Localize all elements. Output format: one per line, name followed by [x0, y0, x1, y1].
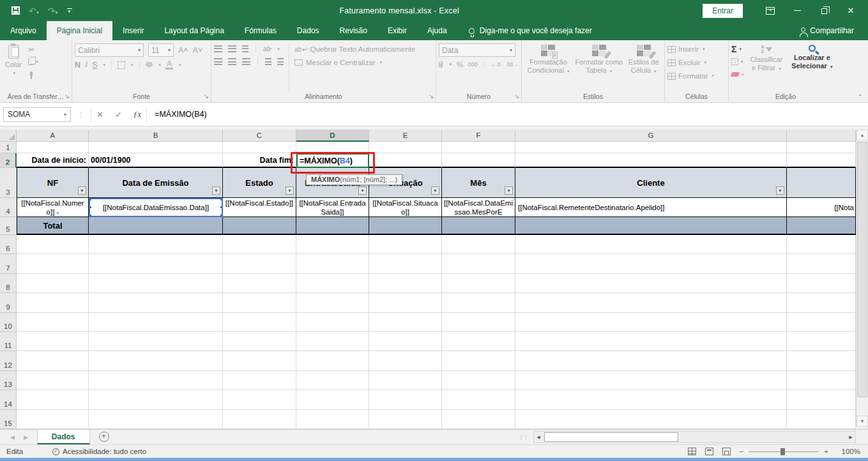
- cell-H14[interactable]: [787, 390, 856, 409]
- tab-página-inicial[interactable]: Página Inicial: [47, 21, 112, 40]
- tell-me-box[interactable]: Diga-me o que você deseja fazer: [469, 21, 592, 40]
- cell-D10[interactable]: [296, 313, 369, 332]
- cell-G8[interactable]: [515, 274, 787, 293]
- sort-filter-button[interactable]: AZ Classificare Filtrar ▾: [748, 43, 786, 91]
- header-nf[interactable]: NF▼: [17, 168, 89, 198]
- font-dialog-launcher-icon[interactable]: ↘: [204, 94, 209, 100]
- cell-H11[interactable]: [787, 332, 856, 351]
- column-header-F[interactable]: F: [442, 130, 515, 142]
- cell-C15[interactable]: [223, 410, 296, 429]
- row-header-8[interactable]: 8: [0, 274, 17, 293]
- header-estado[interactable]: Estado▼: [223, 168, 296, 198]
- cell-G6[interactable]: [515, 235, 787, 254]
- cell-A9[interactable]: [17, 293, 89, 312]
- filter-dropdown-icon[interactable]: ▼: [78, 186, 86, 195]
- customize-qat-icon[interactable]: ▾: [67, 8, 72, 13]
- increase-indent-icon[interactable]: [277, 58, 284, 65]
- cell-F13[interactable]: [442, 371, 515, 390]
- underline-button[interactable]: S: [92, 61, 97, 70]
- select-all-corner[interactable]: [0, 130, 17, 142]
- header-data-emissao[interactable]: Data de Emissão▼: [89, 168, 223, 198]
- column-header-B[interactable]: B: [89, 130, 223, 142]
- cell-F10[interactable]: [442, 313, 515, 332]
- cell-A10[interactable]: [17, 313, 89, 332]
- column-header-C[interactable]: C: [223, 130, 296, 142]
- format-cells-button[interactable]: Formatar▾: [667, 71, 714, 81]
- align-right-icon[interactable]: [242, 58, 250, 65]
- cell-D11[interactable]: [296, 332, 369, 351]
- tab-ajuda[interactable]: Ajuda: [417, 21, 457, 40]
- cell-G13[interactable]: [515, 371, 787, 390]
- fill-color-icon[interactable]: [146, 62, 153, 68]
- vertical-scrollbar[interactable]: ▲ ▼: [856, 130, 868, 427]
- cell-H2-partial[interactable]: [787, 153, 856, 168]
- insert-function-icon[interactable]: ƒx: [133, 109, 141, 119]
- cell-B6[interactable]: [89, 235, 223, 254]
- number-format-select[interactable]: Data▾: [439, 43, 515, 57]
- cell-F1[interactable]: [442, 142, 515, 153]
- cell-D12[interactable]: [296, 351, 369, 370]
- cell-A1[interactable]: [17, 142, 89, 153]
- cell-D9[interactable]: [296, 293, 369, 312]
- cell-C13[interactable]: [223, 371, 296, 390]
- cell-D15[interactable]: [296, 410, 369, 429]
- autosum-button[interactable]: Σ▾: [731, 44, 744, 54]
- decrease-decimal-icon[interactable]: .00→: [506, 61, 519, 68]
- cell-F2[interactable]: [442, 153, 515, 168]
- cell-F12[interactable]: [442, 351, 515, 370]
- cell-C8[interactable]: [223, 274, 296, 293]
- cell-A15[interactable]: [17, 410, 89, 429]
- cell-E7[interactable]: [369, 254, 442, 273]
- cell-H4-overflow[interactable]: [[Nota: [787, 198, 856, 217]
- cell-G12[interactable]: [515, 351, 787, 370]
- normal-view-icon[interactable]: [688, 448, 696, 455]
- cell-E5[interactable]: [369, 217, 442, 235]
- row-header-5[interactable]: 5: [0, 217, 17, 235]
- cell-C9[interactable]: [223, 293, 296, 312]
- cell-B10[interactable]: [89, 313, 223, 332]
- cell-C7[interactable]: [223, 254, 296, 273]
- minimize-button[interactable]: [784, 1, 811, 20]
- cell-H15[interactable]: [787, 410, 856, 429]
- row-header-11[interactable]: 11: [0, 332, 17, 351]
- row-header-7[interactable]: 7: [0, 254, 17, 273]
- cell-D7[interactable]: [296, 254, 369, 273]
- cell-G14[interactable]: [515, 390, 787, 409]
- cell-G2[interactable]: [515, 153, 787, 168]
- cell-C10[interactable]: [223, 313, 296, 332]
- cell-D6[interactable]: [296, 235, 369, 254]
- cell-G1[interactable]: [515, 142, 787, 153]
- cancel-icon[interactable]: ✕: [96, 110, 103, 119]
- decrease-font-icon[interactable]: A˅: [193, 46, 203, 55]
- sign-in-button[interactable]: Entrar: [703, 4, 743, 18]
- tab-arquivo[interactable]: Arquivo: [0, 21, 47, 40]
- cell-G15[interactable]: [515, 410, 787, 429]
- align-bottom-icon[interactable]: [242, 45, 248, 52]
- zoom-slider-thumb[interactable]: [780, 448, 785, 455]
- font-size-select[interactable]: 11▾: [148, 43, 174, 57]
- zoom-slider[interactable]: [749, 451, 819, 452]
- cell-A5-total[interactable]: Total: [17, 217, 89, 235]
- cell-A7[interactable]: [17, 254, 89, 273]
- row-header-12[interactable]: 12: [0, 351, 17, 370]
- page-break-view-icon[interactable]: [722, 448, 731, 455]
- row-header-13[interactable]: 13: [0, 371, 17, 390]
- enter-icon[interactable]: ✓: [115, 110, 122, 119]
- cell-C11[interactable]: [223, 332, 296, 351]
- cell-D4[interactable]: [[NotaFiscal.EntradaSaida]]: [296, 198, 369, 217]
- sheet-grid[interactable]: ABCDEFG 1 2 Data de início: 00/01/1900 D…: [0, 130, 856, 429]
- cell-E6[interactable]: [369, 235, 442, 254]
- cell-A4[interactable]: [[NotaFiscal.Numero]] -: [17, 198, 89, 217]
- fill-button[interactable]: ↓▾: [731, 57, 744, 66]
- row-header-9[interactable]: 9: [0, 293, 17, 312]
- undo-icon[interactable]: ↶▾: [29, 6, 39, 15]
- cell-E14[interactable]: [369, 390, 442, 409]
- new-sheet-icon[interactable]: +: [99, 432, 109, 442]
- clear-button[interactable]: ▾: [731, 70, 744, 79]
- cell-F6[interactable]: [442, 235, 515, 254]
- filter-dropdown-icon[interactable]: ▼: [431, 186, 439, 195]
- cell-B13[interactable]: [89, 371, 223, 390]
- zoom-level[interactable]: 100%: [837, 448, 860, 455]
- tab-inserir[interactable]: Inserir: [112, 21, 154, 40]
- align-top-icon[interactable]: [214, 45, 222, 52]
